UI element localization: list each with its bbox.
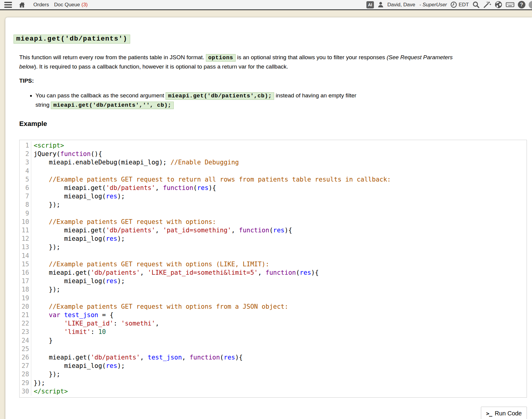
tips-heading: TIPS: xyxy=(19,78,527,84)
code-line: 30</script> xyxy=(20,387,527,396)
terminal-icon: >_ xyxy=(486,410,492,417)
code-text xyxy=(31,209,34,218)
search-icon[interactable] xyxy=(472,1,480,8)
code-line: 5 //Example patients GET request to retu… xyxy=(20,175,527,184)
tips-list: You can pass the callback as the second … xyxy=(19,91,474,110)
page-title: mieapi.get('db/patients') xyxy=(14,35,130,44)
code-line: 13 }); xyxy=(20,243,527,251)
line-number: 29 xyxy=(20,379,31,387)
code-text: mieapi_log(res); xyxy=(31,192,125,200)
code-text: }); xyxy=(31,370,60,378)
code-line: 21 var test_json = { xyxy=(20,311,527,319)
intro-text-1: This function will return every row from… xyxy=(19,54,204,60)
code-text: //Example patients GET request to return… xyxy=(31,175,391,184)
code-text: mieapi_log(res); xyxy=(31,234,125,243)
code-line: 20 //Example patients GET request with o… xyxy=(20,302,527,311)
code-text: } xyxy=(31,336,53,345)
line-number: 17 xyxy=(20,277,31,285)
line-number: 3 xyxy=(20,158,31,167)
example-heading: Example xyxy=(19,120,527,128)
timezone-label: EDT xyxy=(459,2,469,8)
nav-item-doc-queue[interactable]: Doc Queue xyxy=(54,2,80,8)
line-number: 9 xyxy=(20,209,31,218)
code-text: <script> xyxy=(31,141,64,150)
code-text: }); xyxy=(31,243,60,251)
line-number: 5 xyxy=(20,175,31,184)
line-number: 14 xyxy=(20,252,31,260)
line-number: 21 xyxy=(20,311,31,319)
code-line: 10 //Example patients GET request with o… xyxy=(20,218,527,226)
code-text: //Example patients GET request with opti… xyxy=(31,302,288,311)
line-number: 16 xyxy=(20,268,31,277)
content-card: mieapi.get('db/patients') This function … xyxy=(5,17,532,419)
tip-code-2: mieapi.get('db/patients','', cb); xyxy=(51,102,174,109)
code-line: 9 xyxy=(20,209,527,218)
code-line: 3 mieapi.enableDebug(mieapi_log); //Enab… xyxy=(20,158,527,167)
magic-wand-icon[interactable] xyxy=(483,1,491,8)
line-number: 22 xyxy=(20,319,31,328)
intro-text-2: is an optional string that allows you to… xyxy=(237,54,387,60)
code-text: mieapi.get('db/patients', 'pat_id=someth… xyxy=(31,226,292,234)
user-name[interactable]: David, Dave xyxy=(387,2,415,8)
code-line: 29}); xyxy=(20,379,527,387)
code-block: 1<script>2jQuery(function(){3 mieapi.ena… xyxy=(19,140,527,398)
globe-icon[interactable] xyxy=(495,1,502,8)
code-line: 19 xyxy=(20,294,527,302)
intro-text-3: ). It is required to pass a callback fun… xyxy=(34,63,288,70)
code-line: 12 mieapi_log(res); xyxy=(20,234,527,243)
user-icon[interactable] xyxy=(377,1,384,8)
line-number: 24 xyxy=(20,336,31,345)
code-line: 24 } xyxy=(20,336,527,345)
line-number: 26 xyxy=(20,353,31,362)
nav-item-orders[interactable]: Orders xyxy=(33,2,49,8)
line-number: 25 xyxy=(20,345,31,353)
line-number: 23 xyxy=(20,328,31,336)
api-doc: mieapi.get('db/patients') This function … xyxy=(5,17,532,419)
code-line: 17 mieapi_log(res); xyxy=(20,277,527,285)
code-text xyxy=(31,294,34,302)
code-text: jQuery(function(){ xyxy=(31,150,102,158)
code-line: 7 mieapi_log(res); xyxy=(20,192,527,200)
topbar-left: Orders Doc Queue (3) xyxy=(0,1,88,8)
keyboard-icon[interactable] xyxy=(506,1,515,8)
line-number: 8 xyxy=(20,200,31,209)
line-number: 18 xyxy=(20,285,31,294)
line-number: 2 xyxy=(20,150,31,158)
topbar-right: AI David, Dave - SuperUser EDT xyxy=(366,1,532,9)
code-text: mieapi.get('db/patients', test_json, fun… xyxy=(31,353,243,362)
code-line: 14 xyxy=(20,252,527,260)
code-line: 23 'limit': 10 xyxy=(20,328,527,336)
tip-item: You can pass the callback as the second … xyxy=(35,91,474,110)
code-line: 18 }); xyxy=(20,285,527,294)
home-icon[interactable] xyxy=(18,1,26,8)
timezone-group[interactable]: EDT xyxy=(450,1,469,8)
code-text xyxy=(31,252,34,260)
code-text: mieapi_log(res); xyxy=(31,362,125,370)
code-line: 22 'LIKE_pat_id': 'somethi', xyxy=(20,319,527,328)
menu-icon[interactable] xyxy=(4,2,12,8)
code-text xyxy=(31,167,34,175)
line-number: 6 xyxy=(20,184,31,192)
code-text: mieapi_log(res); xyxy=(31,277,125,285)
code-line: 15 //Example patients GET request with o… xyxy=(20,260,527,268)
code-text: }); xyxy=(31,379,45,387)
code-line: 2jQuery(function(){ xyxy=(20,150,527,158)
ai-icon[interactable]: AI xyxy=(366,1,374,8)
inline-code-options: options xyxy=(206,54,236,62)
run-button-row: >_ Run Code xyxy=(19,407,527,419)
line-number: 27 xyxy=(20,362,31,370)
user-role: - SuperUser xyxy=(419,2,447,8)
edge-circle-icon[interactable] xyxy=(529,1,532,9)
code-line: 26 mieapi.get('db/patients', test_json, … xyxy=(20,353,527,362)
code-line: 1<script> xyxy=(20,141,527,150)
run-code-button[interactable]: >_ Run Code xyxy=(481,407,527,419)
line-number: 4 xyxy=(20,167,31,175)
code-line: 8 }); xyxy=(20,200,527,209)
help-icon[interactable]: ? xyxy=(518,1,525,8)
code-line: 28 }); xyxy=(20,370,527,378)
code-text: 'LIKE_pat_id': 'somethi', xyxy=(31,319,159,328)
code-line: 16 mieapi.get('db/patients', 'LIKE_pat_i… xyxy=(20,268,527,277)
code-text: 'limit': 10 xyxy=(31,328,106,336)
line-number: 15 xyxy=(20,260,31,268)
code-text: //Example patients GET request with opti… xyxy=(31,260,269,268)
